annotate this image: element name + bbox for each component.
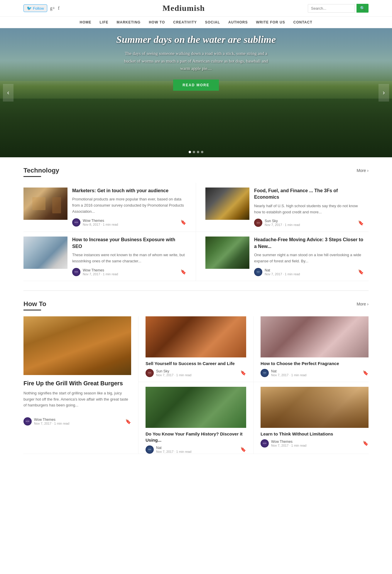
author-details: Nat Nov 7, 2017 · 1 min read [156, 446, 192, 453]
article-excerpt: These instances were not known to the ma… [72, 252, 186, 264]
header-left: 🐦 Follow g+ f [23, 4, 60, 12]
main-nav: HOME LIFE MARKETING HOW TO CREATIVITY SO… [0, 17, 392, 28]
follow-label: Follow [33, 6, 44, 11]
bookmark-icon[interactable]: 🔖 [180, 269, 186, 275]
author-details: Wow Themes Nov 8, 2017 · 1 min read [83, 219, 118, 226]
article-title[interactable]: How to Choose the Perfect Fragrance [261, 360, 369, 367]
hero-excerpt: The days of seeing someone walking down … [120, 50, 272, 72]
article-title[interactable]: Food, Fuel, and Finance ... The 3Fs of E… [254, 188, 364, 201]
hero-read-more-button[interactable]: READ MORE [173, 80, 219, 91]
howto-featured-excerpt: Nothing signifies the start of grilling … [23, 390, 131, 408]
bookmark-icon[interactable]: 🔖 [125, 419, 131, 424]
bookmark-icon[interactable]: 🔖 [363, 440, 369, 446]
nav-item-writeforus[interactable]: WRITE FOR US [256, 20, 285, 24]
nav-item-home[interactable]: HOME [80, 20, 91, 24]
hero-slider: ‹ Summer days on the water are sublime T… [0, 28, 392, 157]
avatar: NAT [261, 369, 269, 377]
bookmark-icon[interactable]: 🔖 [358, 220, 364, 226]
howto-featured-article: Fire Up the Grill With Great Burgers Not… [23, 316, 138, 454]
slider-dot-3[interactable] [197, 151, 199, 153]
nav-item-creativity[interactable]: CREATIVITY [173, 20, 197, 24]
author-info: SUN Sun Sky Nov 7, 2017 · 1 min read [254, 219, 300, 227]
howto-section-divider [23, 310, 41, 310]
avatar: SUN [254, 219, 262, 227]
list-item: How to Choose the Perfect Fragrance NAT … [254, 316, 369, 382]
slider-dot-1[interactable] [189, 151, 191, 153]
article-meta: WOW Wow Themes Nov 7, 2017 · 1 min read … [261, 439, 369, 448]
article-thumbnail [205, 237, 249, 269]
header: 🐦 Follow g+ f Mediumish 🔍 [0, 0, 392, 17]
article-thumbnail [23, 237, 67, 269]
article-excerpt: Nearly half of U.S. high school students… [254, 203, 364, 215]
list-item: Do You Know Your Family History? Discove… [138, 382, 254, 454]
google-plus-icon[interactable]: g+ [50, 6, 55, 11]
article-title[interactable]: Learn to Think Without Limitations [261, 431, 369, 437]
avatar: WOW [72, 268, 80, 276]
article-thumbnail [261, 316, 369, 357]
avatar: WOW [23, 417, 32, 426]
bookmark-icon[interactable]: 🔖 [358, 269, 364, 275]
article-meta: SUN Sun Sky Nov 7, 2017 · 1 min read 🔖 [146, 369, 246, 377]
article-meta: NAT Nat Nov 7, 2017 · 1 min read 🔖 [261, 369, 369, 377]
howto-featured-thumbnail [23, 316, 131, 375]
article-excerpt: One summer night a man stood on a low hi… [254, 252, 364, 264]
author-info: WOW Wow Themes Nov 7, 2017 · 1 min read [72, 268, 118, 276]
avatar: NAT [254, 268, 262, 276]
follow-button[interactable]: 🐦 Follow [23, 4, 47, 12]
slider-dot-2[interactable] [193, 151, 195, 153]
avatar: NAT [146, 445, 154, 454]
article-meta: SUN Sun Sky Nov 7, 2017 · 1 min read 🔖 [254, 219, 364, 227]
bookmark-icon[interactable]: 🔖 [180, 220, 186, 225]
slider-next-button[interactable]: › [379, 84, 389, 102]
nav-item-authors[interactable]: AUTHORS [228, 20, 248, 24]
technology-section-title: Technology [23, 167, 59, 174]
article-meta: WOW Wow Themes Nov 7, 2017 · 1 min read … [23, 417, 131, 426]
nav-item-life[interactable]: LIFE [99, 20, 108, 24]
author-info: WOW Wow Themes Nov 7, 2017 · 1 min read [23, 417, 70, 426]
search-input[interactable] [308, 4, 355, 13]
technology-articles-grid: Marketers: Get in touch with your audien… [23, 183, 369, 281]
article-title[interactable]: Do You Know Your Family History? Discove… [146, 431, 246, 443]
author-details: Wow Themes Nov 7, 2017 · 1 min read [34, 418, 70, 425]
avatar: WOW [72, 218, 80, 227]
hero-content: Summer days on the water are sublime The… [0, 28, 392, 97]
bookmark-icon[interactable]: 🔖 [240, 447, 246, 452]
article-meta: WOW Wow Themes Nov 8, 2017 · 1 min read … [72, 218, 186, 227]
bookmark-icon[interactable]: 🔖 [240, 370, 246, 376]
howto-section: How To More › Fire Up the Grill With Gre… [0, 291, 392, 463]
hero-title: Summer days on the water are sublime [6, 34, 386, 45]
author-info: WOW Wow Themes Nov 7, 2017 · 1 min read [261, 439, 307, 448]
author-details: Wow Themes Nov 7, 2017 · 1 min read [271, 440, 307, 447]
avatar: WOW [261, 439, 269, 448]
nav-item-social[interactable]: SOCIAL [205, 20, 220, 24]
howto-featured-title[interactable]: Fire Up the Grill With Great Burgers [23, 379, 131, 387]
article-meta: NAT Nat Nov 7, 2017 · 1 min read 🔖 [254, 268, 364, 276]
article-thumbnail [261, 387, 369, 428]
article-info: Food, Fuel, and Finance ... The 3Fs of E… [254, 188, 364, 227]
article-title[interactable]: Headache-Free Moving Advice: 3 Steps Clo… [254, 237, 364, 250]
article-info: Headache-Free Moving Advice: 3 Steps Clo… [254, 237, 364, 276]
technology-section-divider [23, 176, 41, 177]
bookmark-icon[interactable]: 🔖 [363, 370, 369, 376]
facebook-icon[interactable]: f [58, 6, 60, 11]
header-search: 🔍 [308, 4, 369, 13]
article-info: Marketers: Get in touch with your audien… [72, 188, 186, 227]
search-button[interactable]: 🔍 [356, 4, 369, 13]
article-title[interactable]: Marketers: Get in touch with your audien… [72, 188, 186, 194]
author-info: WOW Wow Themes Nov 8, 2017 · 1 min read [72, 218, 118, 227]
slider-prev-button[interactable]: ‹ [3, 84, 13, 102]
article-title[interactable]: How to Increase your Business Exposure w… [72, 237, 186, 250]
slider-dot-4[interactable] [201, 151, 203, 153]
site-title: Mediumish [163, 4, 205, 13]
author-details: Sun Sky Nov 7, 2017 · 1 min read [156, 369, 192, 377]
technology-section-header: Technology More › [23, 167, 369, 174]
nav-item-marketing[interactable]: MARKETING [116, 20, 141, 24]
nav-item-howto[interactable]: HOW TO [149, 20, 165, 24]
howto-section-header: How To More › [23, 300, 369, 308]
article-excerpt: Promotional products are more popular th… [72, 196, 186, 215]
nav-item-contact[interactable]: CONTACT [293, 20, 312, 24]
article-thumbnail [146, 387, 246, 428]
article-title[interactable]: Sell Yourself to Success In Career and L… [146, 360, 246, 367]
technology-more-link[interactable]: More › [356, 168, 369, 173]
howto-more-link[interactable]: More › [356, 302, 369, 306]
